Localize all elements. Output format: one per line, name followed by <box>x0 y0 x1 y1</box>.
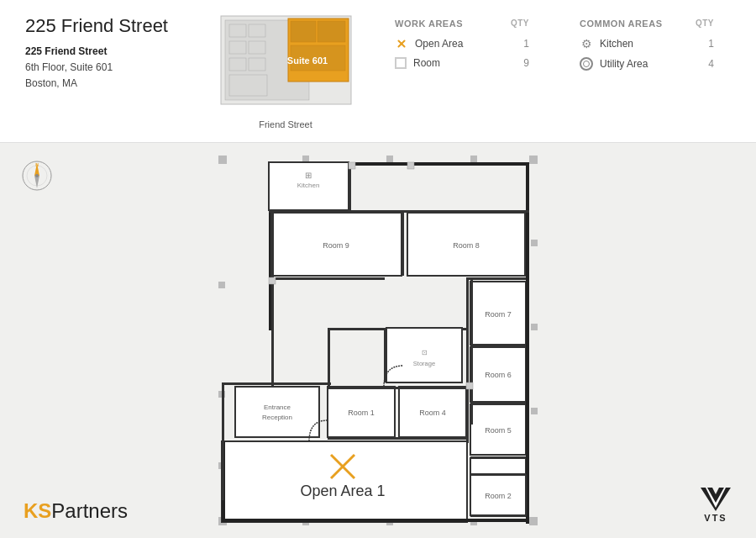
floorplan-svg: Kitchen ⊞ Room 9 Room 8 Room 7 Room 6 Ro… <box>218 156 538 525</box>
vts-brand: VTS <box>701 488 731 523</box>
svg-rect-3 <box>291 21 316 42</box>
svg-text:Room 2: Room 2 <box>485 492 512 500</box>
brand-ks: KS <box>24 499 51 522</box>
room-label: Room <box>413 57 440 69</box>
common-areas-title: Common Areas QTY <box>580 18 714 29</box>
svg-rect-96 <box>470 402 526 404</box>
svg-rect-102 <box>466 382 473 389</box>
minimap-image: Suite 601 <box>217 12 355 116</box>
svg-rect-70 <box>222 382 224 441</box>
header: 225 Friend Street 225 Friend Street 6th … <box>0 0 756 143</box>
kitchen-icon: ⚙ <box>580 37 593 50</box>
svg-rect-23 <box>529 517 538 525</box>
room-qty: 9 <box>512 57 529 69</box>
svg-text:⊡: ⊡ <box>422 349 428 356</box>
svg-text:N: N <box>35 162 39 167</box>
svg-text:Storage: Storage <box>413 360 435 367</box>
svg-rect-100 <box>407 162 414 169</box>
svg-rect-48 <box>402 213 404 276</box>
minimap-svg: Suite 601 <box>217 12 355 113</box>
legend-section: Work Areas QTY Open Area 1 Room 9 <box>361 15 731 77</box>
svg-rect-87 <box>271 277 274 387</box>
room-icon <box>395 57 407 69</box>
legend-kitchen: ⚙ Kitchen 1 <box>580 37 714 50</box>
svg-text:Room 9: Room 9 <box>323 241 349 250</box>
svg-marker-16 <box>34 176 39 188</box>
svg-rect-94 <box>470 277 526 280</box>
svg-rect-88 <box>271 277 385 280</box>
minimap-suite-label: Suite 601 <box>286 55 327 66</box>
svg-text:Room 7: Room 7 <box>485 310 512 319</box>
address-line3: Boston, MA <box>25 76 210 92</box>
svg-rect-27 <box>218 282 225 288</box>
svg-text:Open Area 1: Open Area 1 <box>300 483 385 499</box>
svg-rect-25 <box>386 156 393 162</box>
kitchen-qty: 1 <box>697 38 714 50</box>
svg-rect-92 <box>526 277 529 425</box>
svg-rect-71 <box>235 387 319 437</box>
svg-point-18 <box>35 174 39 177</box>
address-line2: 6th Floor, Suite 601 <box>25 60 210 76</box>
minimap-street-label: Friend Street <box>259 119 312 129</box>
kitchen-label: Kitchen <box>600 38 633 50</box>
legend-room: Room 9 <box>395 57 529 69</box>
svg-rect-95 <box>470 345 526 347</box>
svg-text:Kitchen: Kitchen <box>297 182 320 189</box>
svg-rect-97 <box>470 456 526 459</box>
svg-rect-20 <box>218 156 227 164</box>
svg-text:Room 5: Room 5 <box>485 426 512 435</box>
ks-partners-brand: KSPartners <box>24 499 128 523</box>
svg-rect-64 <box>222 519 526 522</box>
utility-icon <box>580 57 593 71</box>
svg-rect-79 <box>466 277 469 443</box>
svg-rect-31 <box>531 408 538 414</box>
svg-text:Reception: Reception <box>262 414 292 421</box>
brand-partners: Partners <box>51 499 128 522</box>
svg-rect-68 <box>222 382 331 385</box>
minimap-section: Suite 601 Friend Street <box>210 12 361 129</box>
svg-text:Room 8: Room 8 <box>453 241 480 250</box>
svg-rect-98 <box>470 473 526 476</box>
svg-text:Entrance: Entrance <box>264 404 291 411</box>
svg-rect-86 <box>384 328 386 382</box>
svg-text:⊞: ⊞ <box>305 171 312 180</box>
svg-rect-26 <box>470 156 477 162</box>
svg-rect-69 <box>222 441 224 500</box>
vts-text: VTS <box>704 513 727 523</box>
vts-logo <box>701 488 731 511</box>
svg-rect-24 <box>302 156 309 162</box>
svg-text:Room 6: Room 6 <box>485 371 512 379</box>
svg-rect-59 <box>222 441 467 522</box>
svg-rect-81 <box>328 387 469 389</box>
compass-rose[interactable]: N <box>21 160 51 190</box>
legend-utility: Utility Area 4 <box>580 57 714 71</box>
utility-label: Utility Area <box>600 58 648 70</box>
svg-rect-21 <box>529 156 538 164</box>
common-areas-legend: Common Areas QTY ⚙ Kitchen 1 Utility Are… <box>580 18 714 77</box>
property-title: 225 Friend Street <box>25 15 210 37</box>
work-areas-legend: Work Areas QTY Open Area 1 Room 9 <box>395 18 529 77</box>
svg-rect-30 <box>531 324 538 330</box>
work-areas-title: Work Areas QTY <box>395 18 529 29</box>
svg-text:Room 4: Room 4 <box>419 409 446 417</box>
utility-qty: 4 <box>697 58 714 70</box>
property-info: 225 Friend Street 225 Friend Street 6th … <box>25 15 210 92</box>
svg-text:Room 1: Room 1 <box>348 409 375 417</box>
main-floorplan-area: N Kitchen <box>0 143 756 538</box>
svg-rect-89 <box>271 213 274 277</box>
svg-rect-101 <box>269 277 276 284</box>
address-line1: 225 Friend Street <box>25 44 210 60</box>
svg-rect-78 <box>328 330 330 387</box>
open-area-icon <box>395 37 408 50</box>
svg-rect-99 <box>349 162 355 169</box>
open-area-qty: 1 <box>512 38 529 50</box>
svg-rect-90 <box>328 437 469 440</box>
svg-rect-29 <box>531 240 538 246</box>
svg-rect-4 <box>318 21 345 42</box>
legend-open-area: Open Area 1 <box>395 37 529 50</box>
open-area-label: Open Area <box>415 38 463 50</box>
